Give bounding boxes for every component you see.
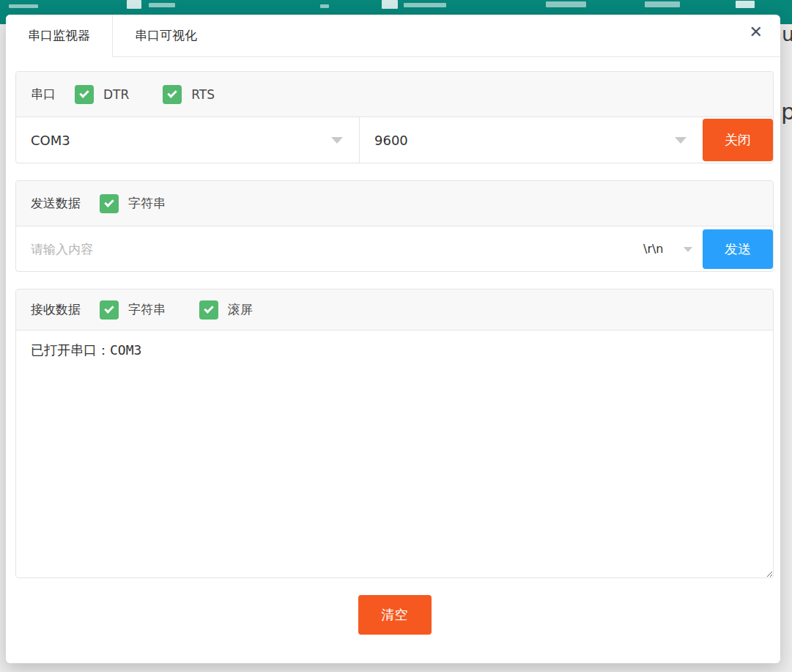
- send-input-cell: [16, 226, 633, 271]
- tab-serial-monitor[interactable]: 串口监视器: [6, 15, 113, 57]
- checkbox-box: [199, 300, 218, 320]
- check-icon: [104, 303, 114, 313]
- topbar-fragment: [9, 4, 38, 8]
- autoscroll-checkbox[interactable]: 滚屏: [199, 300, 253, 320]
- topbar-fragment: [546, 1, 586, 7]
- receive-data-header: 接收数据 字符串 滚屏: [16, 289, 773, 331]
- checkbox-box: [100, 300, 119, 320]
- check-icon: [104, 197, 114, 207]
- send-data-controls: \r\n 发送: [16, 226, 773, 271]
- serial-port-header: 串口 DTR RTS: [16, 72, 773, 117]
- checkbox-label: 字符串: [128, 195, 166, 212]
- port-select-value: COM3: [31, 133, 70, 148]
- send-data-section: 发送数据 字符串 \r\n 发送: [15, 180, 774, 272]
- check-icon: [79, 88, 89, 97]
- send-data-label: 发送数据: [31, 195, 81, 212]
- topbar-fragment: [404, 3, 446, 7]
- check-icon: [204, 303, 213, 313]
- serial-port-label: 串口: [31, 86, 56, 103]
- dialog-content: 串口 DTR RTS COM3 9600: [6, 57, 780, 635]
- topbar-fragment: [320, 4, 329, 8]
- chevron-down-icon: [684, 247, 692, 252]
- port-button-cell: 关闭: [703, 117, 773, 163]
- send-button-cell: 发送: [703, 226, 773, 271]
- baud-select[interactable]: 9600: [359, 117, 703, 163]
- receive-string-checkbox[interactable]: 字符串: [100, 300, 166, 320]
- topbar-fragment: [736, 1, 755, 8]
- send-button[interactable]: 发送: [703, 229, 773, 269]
- send-input[interactable]: [16, 226, 633, 271]
- dialog-tabbar: 串口监视器 串口可视化 ✕: [6, 15, 780, 57]
- send-string-checkbox[interactable]: 字符串: [100, 194, 166, 213]
- checkbox-label: DTR: [103, 87, 129, 102]
- tab-serial-plotter[interactable]: 串口可视化: [113, 15, 219, 56]
- check-icon: [168, 88, 177, 97]
- topbar-fragment: [149, 3, 175, 7]
- topbar-fragment: [127, 0, 141, 9]
- background-text-fragment: p: [781, 98, 792, 125]
- baud-select-value: 9600: [374, 133, 408, 148]
- chevron-down-icon: [675, 137, 686, 144]
- receive-data-section: 接收数据 字符串 滚屏 已打开串口：COM3: [15, 289, 774, 578]
- send-data-header: 发送数据 字符串: [16, 181, 773, 226]
- clear-button[interactable]: 清空: [358, 595, 432, 635]
- serial-port-controls: COM3 9600 关闭: [16, 117, 773, 163]
- serial-monitor-dialog: 串口监视器 串口可视化 ✕ 串口 DTR RTS COM3: [6, 15, 780, 663]
- line-ending-value: \r\n: [643, 242, 664, 256]
- chevron-down-icon: [331, 137, 343, 144]
- checkbox-label: RTS: [191, 87, 215, 102]
- checkbox-box: [75, 85, 94, 104]
- checkbox-box: [163, 85, 182, 104]
- checkbox-label: 字符串: [128, 301, 166, 318]
- background-page-edge: u p: [780, 24, 792, 672]
- port-select[interactable]: COM3: [16, 117, 359, 163]
- receive-data-label: 接收数据: [31, 301, 81, 318]
- serial-port-section: 串口 DTR RTS COM3 9600: [15, 71, 774, 163]
- rts-checkbox[interactable]: RTS: [163, 85, 215, 104]
- checkbox-box: [100, 194, 119, 213]
- checkbox-label: 滚屏: [228, 301, 253, 318]
- receive-output-textarea[interactable]: 已打开串口：COM3: [16, 331, 773, 577]
- topbar-fragment: [382, 0, 398, 9]
- topbar-fragment: [645, 1, 680, 7]
- dtr-checkbox[interactable]: DTR: [75, 85, 129, 104]
- line-ending-select[interactable]: \r\n: [633, 226, 703, 271]
- close-port-button[interactable]: 关闭: [703, 119, 773, 161]
- close-icon[interactable]: ✕: [750, 24, 763, 40]
- background-text-fragment: u: [782, 24, 792, 45]
